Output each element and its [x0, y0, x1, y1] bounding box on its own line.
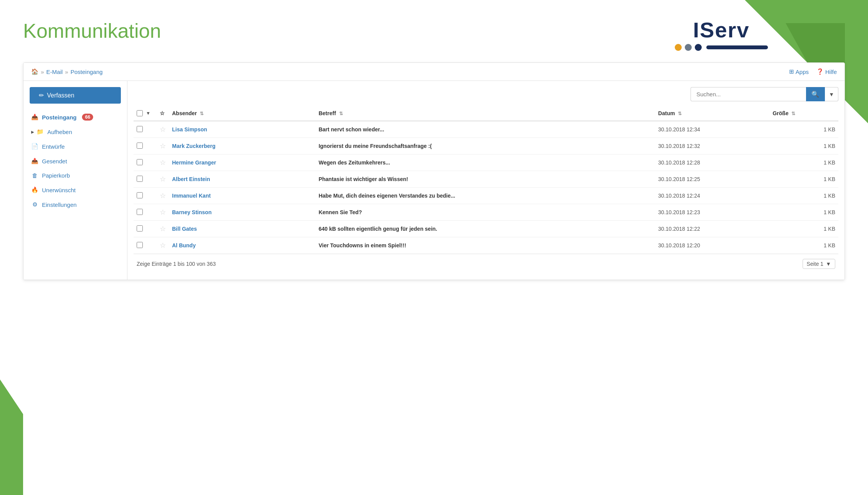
- search-input[interactable]: [691, 87, 806, 101]
- star-toggle-5[interactable]: ☆: [160, 208, 166, 216]
- row-subject-1[interactable]: Ignorierst du meine Freundschaftsanfrage…: [316, 138, 655, 154]
- papierkorb-link[interactable]: 🗑 Papierkorb: [23, 168, 127, 183]
- size-th[interactable]: Größe ⇅: [769, 106, 838, 121]
- dot-gray: [685, 44, 692, 51]
- row-star-cell: ☆: [157, 138, 169, 154]
- subject-sort-icon: ⇅: [339, 111, 343, 116]
- row-subject-3[interactable]: Phantasie ist wichtiger als Wissen!: [316, 171, 655, 188]
- row-date-3: 30.10.2018 12:25: [655, 171, 769, 188]
- sidebar-item-unerwunscht[interactable]: 🔥 Unerwünscht: [23, 183, 127, 197]
- email-table: ▼ ☆ Absender ⇅ Betreff: [134, 106, 838, 254]
- sidebar-item-papierkorb[interactable]: 🗑 Papierkorb: [23, 168, 127, 183]
- row-checkbox-2[interactable]: [137, 159, 143, 165]
- row-size-5: 1 KB: [769, 204, 838, 221]
- search-dropdown-button[interactable]: ▼: [825, 87, 838, 101]
- star-toggle-1[interactable]: ☆: [160, 142, 166, 150]
- posteingang-link[interactable]: 📥 Posteingang 66: [23, 110, 127, 124]
- row-date-2: 30.10.2018 12:28: [655, 154, 769, 171]
- row-checkbox-0[interactable]: [137, 126, 143, 132]
- row-sender-0[interactable]: Lisa Simpson: [169, 121, 316, 138]
- row-date-7: 30.10.2018 12:20: [655, 237, 769, 254]
- select-dropdown-button[interactable]: ▼: [144, 110, 152, 117]
- sender-th[interactable]: Absender ⇅: [169, 106, 316, 121]
- papierkorb-label: Papierkorb: [42, 172, 70, 179]
- entworfe-link[interactable]: 📄 Entwürfe: [23, 139, 127, 154]
- search-area: 🔍 ▼: [134, 87, 838, 101]
- sidebar-item-aufheben[interactable]: 📁 Aufheben: [23, 124, 127, 139]
- row-subject-0[interactable]: Bart nervt schon wieder...: [316, 121, 655, 138]
- select-all-checkbox[interactable]: [137, 110, 143, 116]
- sidebar-item-gesendet[interactable]: 📤 Gesendet: [23, 154, 127, 168]
- apps-link[interactable]: ⊞ Apps: [789, 68, 809, 75]
- row-checkbox-7[interactable]: [137, 242, 143, 248]
- row-sender-5[interactable]: Barney Stinson: [169, 204, 316, 221]
- star-toggle-3[interactable]: ☆: [160, 175, 166, 183]
- settings-icon: ⚙: [31, 201, 38, 208]
- table-footer: Zeige Einträge 1 bis 100 von 363 Seite 1…: [134, 254, 838, 274]
- hilfe-link[interactable]: ❓ Hilfe: [816, 68, 837, 75]
- row-subject-2[interactable]: Wegen des Zeitumkehrers...: [316, 154, 655, 171]
- row-size-1: 1 KB: [769, 138, 838, 154]
- hilfe-label: Hilfe: [825, 69, 837, 75]
- row-sender-2[interactable]: Hermine Granger: [169, 154, 316, 171]
- sidebar-item-posteingang[interactable]: 📥 Posteingang 66: [23, 110, 127, 124]
- table-row: ☆ Bill Gates 640 kB sollten eigentlich g…: [134, 221, 838, 237]
- star-toggle-0[interactable]: ☆: [160, 126, 166, 133]
- table-row: ☆ Barney Stinson Kennen Sie Ted? 30.10.2…: [134, 204, 838, 221]
- row-size-7: 1 KB: [769, 237, 838, 254]
- bg-decoration-left: [0, 379, 23, 495]
- page-header: Kommunikation IServ: [23, 15, 845, 51]
- table-row: ☆ Hermine Granger Wegen des Zeitumkehrer…: [134, 154, 838, 171]
- row-checkbox-6[interactable]: [137, 225, 143, 232]
- row-checkbox-3[interactable]: [137, 176, 143, 182]
- breadcrumb-home-link[interactable]: 🏠: [31, 68, 38, 75]
- row-checkbox-cell: [134, 188, 157, 204]
- page-chevron-icon: ▼: [826, 261, 831, 267]
- row-size-6: 1 KB: [769, 221, 838, 237]
- dot-dark: [695, 44, 702, 51]
- size-col-label: Größe: [773, 110, 788, 116]
- row-checkbox-5[interactable]: [137, 209, 143, 215]
- row-sender-4[interactable]: Immanuel Kant: [169, 188, 316, 204]
- star-toggle-6[interactable]: ☆: [160, 225, 166, 233]
- row-star-cell: ☆: [157, 171, 169, 188]
- logo-text: IServ: [693, 19, 750, 41]
- row-star-cell: ☆: [157, 188, 169, 204]
- star-toggle-4[interactable]: ☆: [160, 192, 166, 200]
- star-header-icon: ☆: [160, 110, 165, 116]
- row-subject-6[interactable]: 640 kB sollten eigentlich genug für jede…: [316, 221, 655, 237]
- row-sender-6[interactable]: Bill Gates: [169, 221, 316, 237]
- sidebar-nav: 📥 Posteingang 66 📁 Aufheben 📄: [23, 110, 127, 212]
- date-th[interactable]: Datum ⇅: [655, 106, 769, 121]
- folder-icon: 📁: [37, 128, 43, 135]
- row-checkbox-1[interactable]: [137, 143, 143, 149]
- row-date-1: 30.10.2018 12:32: [655, 138, 769, 154]
- unerwunscht-link[interactable]: 🔥 Unerwünscht: [23, 183, 127, 197]
- compose-button[interactable]: ✏ Verfassen: [30, 87, 121, 104]
- row-star-cell: ☆: [157, 154, 169, 171]
- row-subject-7[interactable]: Vier Touchdowns in einem Spiel!!!: [316, 237, 655, 254]
- aufheben-link[interactable]: 📁 Aufheben: [23, 124, 127, 139]
- table-row: ☆ Lisa Simpson Bart nervt schon wieder..…: [134, 121, 838, 138]
- gesendet-link[interactable]: 📤 Gesendet: [23, 154, 127, 168]
- row-subject-5[interactable]: Kennen Sie Ted?: [316, 204, 655, 221]
- sender-col-label: Absender: [172, 110, 197, 116]
- breadcrumb-email-link[interactable]: E-Mail: [46, 69, 63, 75]
- row-sender-7[interactable]: Al Bundy: [169, 237, 316, 254]
- subject-th[interactable]: Betreff ⇅: [316, 106, 655, 121]
- sidebar-item-einstellungen[interactable]: ⚙ Einstellungen: [23, 197, 127, 212]
- einstellungen-link[interactable]: ⚙ Einstellungen: [23, 197, 127, 212]
- star-toggle-7[interactable]: ☆: [160, 242, 166, 249]
- star-th: ☆: [157, 106, 169, 121]
- search-button[interactable]: 🔍: [806, 87, 825, 101]
- row-checkbox-cell: [134, 204, 157, 221]
- row-checkbox-cell: [134, 138, 157, 154]
- row-sender-3[interactable]: Albert Einstein: [169, 171, 316, 188]
- row-checkbox-4[interactable]: [137, 192, 143, 198]
- page-select-button[interactable]: Seite 1 ▼: [803, 259, 835, 269]
- row-subject-4[interactable]: Habe Mut, dich deines eigenen Verstandes…: [316, 188, 655, 204]
- star-toggle-2[interactable]: ☆: [160, 159, 166, 166]
- table-row: ☆ Albert Einstein Phantasie ist wichtige…: [134, 171, 838, 188]
- row-sender-1[interactable]: Mark Zuckerberg: [169, 138, 316, 154]
- sidebar-item-entworfe[interactable]: 📄 Entwürfe: [23, 139, 127, 154]
